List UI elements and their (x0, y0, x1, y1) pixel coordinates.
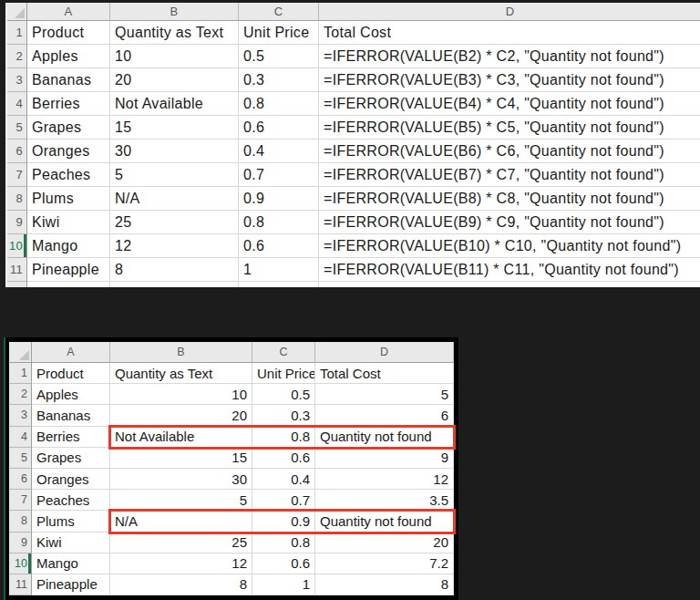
column-header-C[interactable]: C (252, 342, 315, 363)
cell-A12[interactable] (27, 282, 110, 287)
cell-B9[interactable]: 25 (110, 211, 239, 234)
cell-D2[interactable]: =IFERROR(VALUE(B2) * C2, "Quantity not f… (319, 45, 700, 68)
cell-C3[interactable]: 0.3 (239, 68, 319, 92)
cell-B1[interactable]: Quantity as Text (110, 21, 239, 45)
cell-A2[interactable]: Apples (27, 45, 110, 68)
cell-D8[interactable]: =IFERROR(VALUE(B8) * C8, "Quantity not f… (319, 187, 700, 211)
row-header-1[interactable]: 1 (7, 21, 27, 45)
row-header-11[interactable]: 11 (9, 574, 32, 595)
cell-B10[interactable]: 12 (110, 234, 239, 258)
cell-A11[interactable]: Pineapple (27, 258, 110, 282)
cell-C7[interactable]: 0.7 (252, 490, 315, 511)
row-header-5[interactable]: 5 (9, 448, 32, 469)
cell-B4[interactable]: Not Available (110, 92, 239, 116)
cell-D12[interactable] (319, 282, 700, 287)
row-header-11[interactable]: 11 (7, 258, 27, 282)
cell-C11[interactable]: 1 (239, 258, 319, 282)
cell-D11[interactable]: =IFERROR(VALUE(B11) * C11, "Quantity not… (319, 258, 700, 282)
cell-A7[interactable]: Peaches (27, 163, 110, 187)
cell-C9[interactable]: 0.8 (252, 533, 315, 553)
select-all-corner[interactable] (7, 3, 27, 21)
cell-D3[interactable]: 6 (315, 405, 454, 426)
cell-A9[interactable]: Kiwi (32, 533, 110, 553)
cell-B9[interactable]: 25 (110, 533, 252, 553)
cell-C6[interactable]: 0.4 (239, 140, 319, 163)
cell-D7[interactable]: 3.5 (315, 490, 454, 511)
cell-A4[interactable]: Berries (32, 427, 110, 448)
cell-A5[interactable]: Grapes (32, 448, 110, 469)
cell-B8[interactable]: N/A (110, 187, 239, 211)
row-header-8[interactable]: 8 (7, 187, 27, 211)
cell-A4[interactable]: Berries (27, 92, 110, 116)
column-header-B[interactable]: B (110, 342, 252, 363)
cell-C5[interactable]: 0.6 (239, 116, 319, 140)
cell-C8[interactable]: 0.9 (252, 511, 315, 532)
cell-C5[interactable]: 0.6 (252, 448, 315, 469)
row-header-3[interactable]: 3 (9, 405, 32, 426)
row-header-3[interactable]: 3 (7, 68, 27, 92)
cell-A5[interactable]: Grapes (27, 116, 110, 140)
cell-C3[interactable]: 0.3 (252, 405, 315, 426)
cell-D8[interactable]: Quantity not found (315, 511, 454, 532)
cell-A3[interactable]: Bananas (32, 405, 110, 426)
cell-C11[interactable]: 1 (252, 574, 315, 595)
cell-D4[interactable]: Quantity not found (315, 427, 454, 448)
cell-B6[interactable]: 30 (110, 140, 239, 163)
cell-C6[interactable]: 0.4 (252, 469, 315, 490)
cell-B8[interactable]: N/A (110, 511, 252, 532)
cell-C10[interactable]: 0.6 (252, 553, 315, 574)
cell-B5[interactable]: 15 (110, 116, 239, 140)
cell-A10[interactable]: Mango (32, 553, 110, 574)
cell-C8[interactable]: 0.9 (239, 187, 319, 211)
cell-B6[interactable]: 30 (110, 469, 252, 490)
cell-D10[interactable]: 7.2 (315, 553, 454, 574)
cell-C2[interactable]: 0.5 (239, 45, 319, 68)
cell-D6[interactable]: 12 (315, 469, 454, 490)
cell-D6[interactable]: =IFERROR(VALUE(B6) * C6, "Quantity not f… (319, 140, 700, 163)
row-header-9[interactable]: 9 (7, 211, 27, 234)
cell-B10[interactable]: 12 (110, 553, 252, 574)
cell-D9[interactable]: 20 (315, 533, 454, 553)
row-header-5[interactable]: 5 (7, 116, 27, 140)
cell-A1[interactable]: Product (27, 21, 110, 45)
cell-A7[interactable]: Peaches (32, 490, 110, 511)
row-header-2[interactable]: 2 (9, 384, 32, 405)
row-header-6[interactable]: 6 (7, 140, 27, 163)
cell-B1[interactable]: Quantity as Text (110, 363, 252, 384)
cell-C4[interactable]: 0.8 (239, 92, 319, 116)
cell-A2[interactable]: Apples (32, 384, 110, 405)
cell-A10[interactable]: Mango (27, 234, 110, 258)
cell-C12[interactable] (239, 282, 319, 287)
row-header-6[interactable]: 6 (9, 469, 32, 490)
cell-D5[interactable]: 9 (315, 448, 454, 469)
cell-C9[interactable]: 0.8 (239, 211, 319, 234)
cell-A6[interactable]: Oranges (27, 140, 110, 163)
cell-B4[interactable]: Not Available (110, 427, 252, 448)
cell-C7[interactable]: 0.7 (239, 163, 319, 187)
cell-A3[interactable]: Bananas (27, 68, 110, 92)
column-header-B[interactable]: B (110, 3, 239, 21)
column-header-D[interactable]: D (319, 3, 700, 21)
cell-D4[interactable]: =IFERROR(VALUE(B4) * C4, "Quantity not f… (319, 92, 700, 116)
cell-A8[interactable]: Plums (32, 511, 110, 532)
row-header-4[interactable]: 4 (7, 92, 27, 116)
column-header-A[interactable]: A (27, 3, 110, 21)
cell-D5[interactable]: =IFERROR(VALUE(B5) * C5, "Quantity not f… (319, 116, 700, 140)
cell-D9[interactable]: =IFERROR(VALUE(B9) * C9, "Quantity not f… (319, 211, 700, 234)
cell-D1[interactable]: Total Cost (319, 21, 700, 45)
cell-D3[interactable]: =IFERROR(VALUE(B3) * C3, "Quantity not f… (319, 68, 700, 92)
row-header-10[interactable]: 10 (7, 234, 27, 258)
row-header-4[interactable]: 4 (9, 427, 32, 448)
cell-B3[interactable]: 20 (110, 405, 252, 426)
cell-B5[interactable]: 15 (110, 448, 252, 469)
cell-B2[interactable]: 10 (110, 384, 252, 405)
cell-B7[interactable]: 5 (110, 490, 252, 511)
cell-B3[interactable]: 20 (110, 68, 239, 92)
row-header-10[interactable]: 10 (9, 553, 32, 574)
cell-C1[interactable]: Unit Price (239, 21, 319, 45)
cell-C2[interactable]: 0.5 (252, 384, 315, 405)
cell-B7[interactable]: 5 (110, 163, 239, 187)
cell-B12[interactable] (110, 282, 239, 287)
cell-D2[interactable]: 5 (315, 384, 454, 405)
cell-D7[interactable]: =IFERROR(VALUE(B7) * C7, "Quantity not f… (319, 163, 700, 187)
